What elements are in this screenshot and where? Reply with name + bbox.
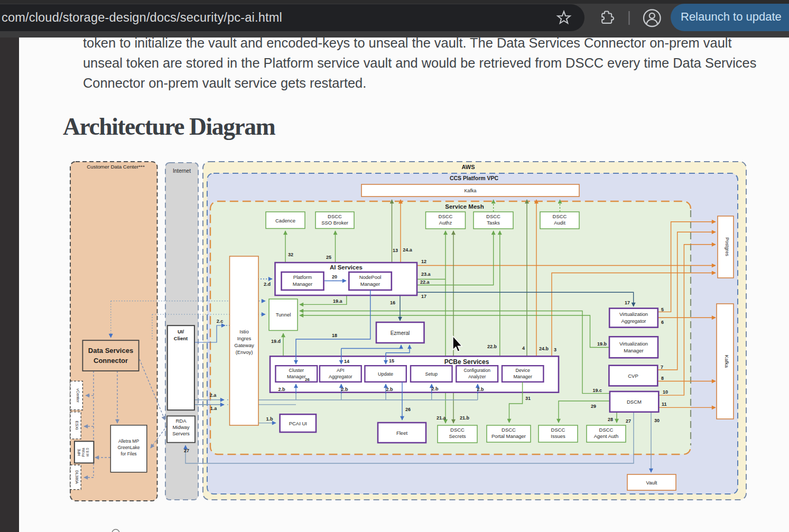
svg-text:3: 3 [554,347,556,352]
svg-text:19.b: 19.b [597,341,607,347]
svg-text:Tasks: Tasks [487,220,500,226]
svg-text:Device: Device [515,368,530,373]
svg-text:PCBe Services: PCBe Services [444,358,489,366]
svg-text:5: 5 [661,307,664,312]
svg-text:Ingres: Ingres [237,335,252,341]
svg-text:32: 32 [288,252,293,257]
svg-text:31: 31 [525,396,531,401]
svg-text:19.c: 19.c [592,388,602,393]
svg-text:23.a: 23.a [421,272,431,277]
svg-text:Ezmeral: Ezmeral [391,330,410,336]
svg-text:4: 4 [522,346,525,351]
svg-text:Manager: Manager [513,374,532,379]
svg-text:2.a: 2.a [210,393,217,398]
svg-text:for Files: for Files [120,451,136,456]
svg-text:Manager: Manager [624,348,644,353]
svg-text:API: API [337,368,345,373]
svg-text:DSCC: DSCC [439,213,453,219]
svg-text:24.b: 24.b [539,346,549,351]
svg-text:Kafka: Kafka [464,188,476,193]
svg-text:DSCC: DSCC [551,427,565,433]
svg-text:29: 29 [591,404,596,409]
svg-text:2.b: 2.b [431,386,439,391]
svg-text:Virtualization: Virtualization [619,311,648,317]
svg-text:10: 10 [663,389,668,395]
svg-text:6: 6 [661,320,664,325]
svg-text:7: 7 [661,365,663,370]
svg-text:1.a: 1.a [210,406,218,411]
svg-text:Cluster: Cluster [289,368,304,373]
svg-text:DSCC: DSCC [599,427,614,433]
svg-text:17: 17 [421,294,426,299]
svg-text:13: 13 [393,248,398,253]
svg-text:Kafka: Kafka [724,355,730,368]
svg-text:Audit: Audit [554,220,565,226]
svg-text:DSCC: DSCC [328,213,342,219]
svg-text:Manager: Manager [287,374,306,379]
svg-text:Manager: Manager [293,281,313,287]
svg-text:Gateway: Gateway [234,342,254,348]
svg-text:SSO Broker: SSO Broker [321,220,348,226]
svg-text:DSCM: DSCM [627,399,642,405]
svg-text:Connector: Connector [94,357,128,365]
svg-text:Platform: Platform [293,274,312,280]
svg-text:24.a: 24.a [403,247,413,253]
svg-text:Istio: Istio [239,329,248,334]
svg-text:Fleet: Fleet [396,430,407,436]
svg-text:Cadence: Cadence [275,218,295,223]
svg-text:Issues: Issues [551,433,565,439]
svg-text:26: 26 [305,377,310,382]
svg-text:UI/: UI/ [178,329,184,334]
svg-text:Internet: Internet [173,168,191,174]
svg-text:Data Services: Data Services [88,347,133,354]
svg-text:Aggregator: Aggregator [621,318,646,324]
svg-text:Prolia: Prolia [81,447,85,456]
svg-text:Authz: Authz [439,220,452,226]
svg-text:Portal Manager: Portal Manager [491,433,526,439]
svg-text:DSCC: DSCC [450,427,465,433]
svg-text:2.d: 2.d [264,282,271,287]
svg-text:2.b: 2.b [477,387,484,392]
svg-text:26: 26 [405,407,411,412]
svg-text:25: 25 [326,255,331,260]
svg-text:Setup: Setup [425,371,438,377]
svg-text:1.b: 1.b [266,416,273,422]
svg-text:Virtualization: Virtualization [619,341,648,347]
svg-text:Vault: Vault [646,480,657,486]
svg-text:21.a: 21.a [437,415,447,421]
svg-text:22.a: 22.a [420,279,430,285]
svg-text:RDA: RDA [175,418,187,424]
svg-text:8: 8 [661,376,664,381]
svg-text:14: 14 [344,359,349,364]
svg-text:DSCC: DSCC [486,213,500,219]
svg-text:Servers: Servers [172,431,190,436]
svg-text:nt 8.0: nt 8.0 [86,447,89,456]
svg-text:Secrets: Secrets [449,433,466,439]
svg-text:15: 15 [389,358,394,363]
svg-text:Configuration: Configuration [463,368,490,373]
svg-text:(Envoy): (Envoy) [236,349,253,355]
svg-text:DSCC: DSCC [553,213,567,219]
svg-text:27: 27 [184,448,189,453]
svg-text:20: 20 [332,274,337,279]
svg-text:Postgres: Postgres [725,237,730,256]
svg-text:AI Services: AI Services [330,264,363,270]
svg-text:2.b: 2.b [278,387,285,392]
svg-text:DL380A: DL380A [75,470,79,484]
svg-text:18: 18 [332,333,337,338]
svg-text:21.b: 21.b [460,415,470,421]
svg-text:2.b: 2.b [386,387,393,392]
svg-text:DSCC: DSCC [502,427,516,433]
svg-text:PCAI UI: PCAI UI [289,421,307,426]
svg-text:Manager: Manager [360,281,380,287]
svg-text:CVP: CVP [628,373,638,379]
svg-text:Agent Auth: Agent Auth [594,433,618,439]
svg-text:12: 12 [421,259,426,264]
svg-text:27: 27 [626,418,631,424]
svg-text:Analyzer: Analyzer [468,374,486,379]
svg-text:11: 11 [662,402,667,407]
svg-text:22.b: 22.b [487,344,497,349]
svg-text:ESXi: ESXi [75,421,79,430]
svg-text:Update: Update [378,371,393,377]
svg-text:Midway: Midway [172,424,189,430]
